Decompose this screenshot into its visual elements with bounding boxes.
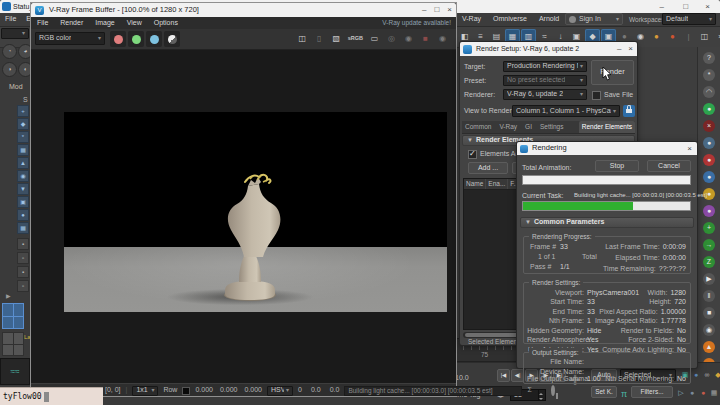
flyout-arrow-icon[interactable]: ▶ — [6, 293, 11, 300]
ribbon-tool-icon[interactable]: ◉ — [17, 170, 29, 182]
phoenix-fire-icon[interactable]: ▲ — [703, 341, 715, 353]
selection-filter-dropdown[interactable] — [1, 28, 29, 39]
lock-view-button[interactable] — [623, 105, 635, 117]
user-account-icon[interactable]: ● — [687, 388, 697, 398]
view-to-render-dropdown[interactable]: Column 1, Column 1 - PhysCamera001 — [512, 105, 620, 117]
ribbon-tool-icon[interactable]: ◆ — [17, 118, 29, 130]
set-key-button[interactable]: Set K. — [591, 386, 617, 398]
viewport-layout-active[interactable] — [2, 303, 24, 329]
target-dropdown[interactable]: Production Rendering Mode — [503, 61, 587, 72]
menu-item[interactable]: Options — [152, 19, 180, 27]
panel-tool-icon[interactable]: ▫ — [17, 252, 29, 264]
sign-in-button[interactable]: Sign In ▾ — [565, 13, 623, 25]
menu-item[interactable]: V-Ray — [460, 15, 483, 23]
toolbar-overflow-icon[interactable]: » — [713, 29, 720, 44]
alpha-channel-icon[interactable] — [164, 31, 180, 47]
main-minimize-button[interactable]: – — [656, 2, 668, 11]
menu-item[interactable]: File — [3, 15, 18, 23]
rendering-close-button[interactable]: × — [682, 144, 697, 153]
blue-channel-icon[interactable] — [146, 31, 162, 47]
green-plus-icon[interactable]: + — [703, 222, 715, 234]
main-close-button[interactable]: × — [701, 2, 714, 11]
learning-icon[interactable]: ◠ — [703, 86, 715, 98]
render-iterative-icon[interactable]: ● — [649, 29, 664, 44]
stop-render-icon[interactable]: ■ — [418, 31, 433, 46]
duplicate-image-icon[interactable]: ▯ — [312, 31, 327, 46]
ribbon-tab-label[interactable]: Mod — [9, 83, 23, 91]
ribbon-tool-icon[interactable]: ▣ — [17, 196, 29, 208]
hsv-dropdown[interactable]: HSV — [267, 386, 293, 396]
zoom-dropdown[interactable]: 1x1 — [132, 386, 158, 396]
panel-tool-icon[interactable]: ▪ — [17, 238, 29, 250]
render-setup-tab[interactable]: GI — [522, 121, 535, 132]
render-setup-minimize-button[interactable]: – — [614, 44, 624, 53]
stop-button[interactable]: Stop — [595, 160, 639, 172]
green-arrow-icon[interactable]: → — [703, 239, 715, 251]
channel-dropdown[interactable]: RGB color — [35, 32, 105, 45]
render-online-icon[interactable]: ● — [665, 29, 680, 44]
offset-mode-icon[interactable]: ∞ — [702, 370, 712, 380]
render-setup-close-button[interactable]: × — [624, 44, 637, 53]
record-tool-icon[interactable]: ◉ — [703, 324, 715, 336]
render-production-icon[interactable]: ◉ — [435, 31, 450, 46]
ribbon-tool-icon[interactable]: ▦ — [17, 144, 29, 156]
mini-play-icon[interactable]: ▷ — [676, 388, 686, 398]
settings-gear-icon[interactable]: * — [703, 69, 715, 81]
purple-tool-icon[interactable]: ● — [703, 205, 715, 217]
render-image[interactable] — [64, 112, 447, 312]
ribbon-tool-icon[interactable]: ▦ — [17, 222, 29, 234]
vfb-minimize-button[interactable]: – — [418, 5, 430, 14]
pause-tool-icon[interactable]: ‖ — [703, 290, 715, 302]
common-parameters-rollout[interactable]: ▼ Common Parameters — [520, 217, 694, 228]
selection-lock-icon[interactable]: ● — [691, 370, 701, 380]
menu-item[interactable]: Image — [93, 19, 116, 27]
toolbar-divider[interactable]: | — [681, 29, 696, 44]
ribbon-tool-icon[interactable]: ▼ — [17, 183, 29, 195]
steel-blue-icon[interactable]: ● — [703, 137, 715, 149]
srgb-toggle-icon[interactable]: sRGB — [346, 31, 365, 46]
stats-sigma-icon[interactable]: Σ — [527, 386, 531, 394]
save-file-checkbox[interactable]: Save File — [592, 91, 633, 100]
red-tool-icon[interactable]: ● — [703, 154, 715, 166]
go-to-start-button[interactable]: |◀ — [497, 369, 510, 382]
close-session-icon[interactable]: × — [703, 120, 715, 132]
blue-tool-icon[interactable]: ● — [703, 171, 715, 183]
select-link-icon[interactable]: ◔ — [2, 44, 17, 59]
set-keys-icon[interactable] — [551, 385, 555, 396]
grid-toggle-icon[interactable]: ▦ — [709, 388, 719, 398]
pi-icon[interactable]: π — [621, 389, 627, 399]
bind-spacewarp-icon[interactable]: ◑ — [2, 62, 17, 77]
menu-item[interactable]: Arnold — [537, 15, 561, 23]
list-column-header[interactable]: Ena... — [486, 179, 508, 188]
display-correction-icon[interactable]: ▭ — [367, 31, 382, 46]
user-status-icon[interactable]: ● — [698, 388, 708, 398]
render-button[interactable]: Render — [591, 60, 634, 85]
panel-tool-icon[interactable]: ▫ — [17, 280, 29, 292]
main-maximize-button[interactable]: □ — [679, 2, 692, 11]
vfb-maximize-button[interactable]: □ — [430, 5, 443, 14]
vray-update-notice[interactable]: V-Ray update available! — [382, 19, 451, 26]
stop-tool-icon[interactable]: ■ — [703, 307, 715, 319]
add-element-button[interactable]: Add ... — [468, 162, 508, 174]
menu-item[interactable]: File — [35, 19, 50, 27]
tab-render-elements[interactable]: Render Elements — [579, 121, 635, 132]
green-channel-icon[interactable] — [128, 31, 144, 47]
track-mouse-icon[interactable]: ◎ — [384, 31, 399, 46]
viewport-layout-alt[interactable] — [2, 332, 24, 356]
render-setup-tab[interactable]: V-Ray — [496, 121, 520, 132]
renderer-dropdown[interactable]: V-Ray 6, update 2 — [503, 89, 587, 100]
maxscript-mini-listener[interactable]: tyFlow00 — [0, 387, 103, 405]
ribbon-tool-icon[interactable]: * — [17, 131, 29, 143]
preset-dropdown[interactable]: No preset selected — [503, 75, 587, 86]
ribbon-tool-icon[interactable]: ● — [17, 209, 29, 221]
cancel-button[interactable]: Cancel — [647, 160, 691, 172]
render-setup-tab[interactable]: Common — [462, 121, 494, 132]
panel-tool-icon[interactable]: ▪ — [17, 266, 29, 278]
render-last-icon[interactable]: ◉ — [401, 31, 416, 46]
notifications-icon[interactable]: ◆ — [713, 370, 720, 380]
save-workspace-icon[interactable]: ◫ — [697, 29, 712, 44]
workspace-dropdown[interactable]: Default — [662, 13, 716, 25]
green-z-icon[interactable]: Z — [703, 256, 715, 268]
vfb-close-button[interactable]: × — [443, 5, 456, 14]
play-tool-icon[interactable]: ▶ — [703, 273, 715, 285]
